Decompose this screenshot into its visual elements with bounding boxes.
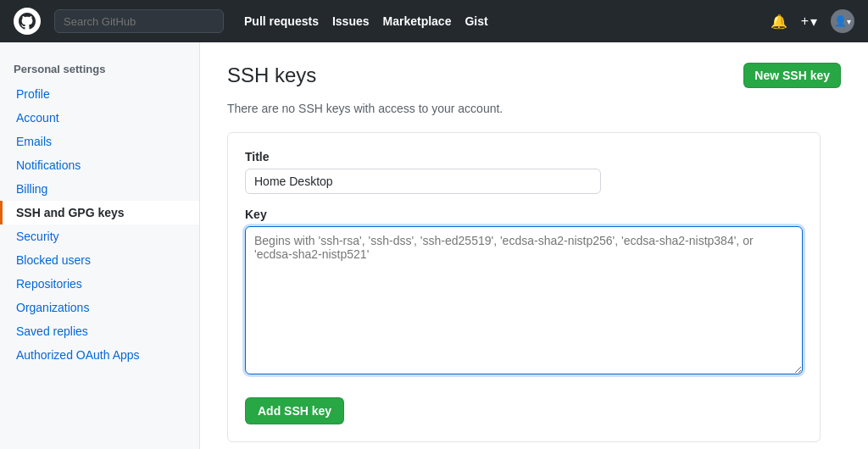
key-label: Key <box>245 208 803 221</box>
top-nav: Pull requests Issues Marketplace Gist 🔔 … <box>0 0 868 42</box>
sidebar-item-blocked-users[interactable]: Blocked users <box>0 248 199 272</box>
bell-icon: 🔔 <box>771 14 787 30</box>
nav-gist[interactable]: Gist <box>465 14 487 28</box>
notifications-button[interactable]: 🔔 <box>771 14 787 30</box>
nav-right: 🔔 + ▾ 👤 ▾ <box>771 9 854 33</box>
search-input[interactable] <box>54 9 224 33</box>
nav-marketplace[interactable]: Marketplace <box>383 14 452 28</box>
sidebar-item-profile[interactable]: Profile <box>0 82 199 106</box>
github-logo[interactable] <box>14 8 41 35</box>
sidebar-item-ssh-gpg-keys[interactable]: SSH and GPG keys <box>0 201 199 224</box>
page-title: SSH keys <box>227 64 316 87</box>
nav-pull-requests[interactable]: Pull requests <box>244 14 319 28</box>
sidebar-item-notifications[interactable]: Notifications <box>0 153 199 177</box>
avatar[interactable]: 👤 ▾ <box>831 9 854 33</box>
sidebar-item-organizations[interactable]: Organizations <box>0 296 199 319</box>
info-text: There are no SSH keys with access to you… <box>227 102 841 115</box>
new-ssh-key-button[interactable]: New SSH key <box>743 63 841 88</box>
sidebar: Personal settings Profile Account Emails… <box>0 42 200 449</box>
sidebar-heading: Personal settings <box>0 56 199 82</box>
chevron-down-icon: ▾ <box>810 14 817 30</box>
new-item-button[interactable]: + ▾ <box>801 14 817 30</box>
sidebar-item-saved-replies[interactable]: Saved replies <box>0 319 199 343</box>
layout: Personal settings Profile Account Emails… <box>0 42 868 449</box>
key-group: Key <box>245 208 803 377</box>
main-content: SSH keys New SSH key There are no SSH ke… <box>200 42 868 449</box>
title-group: Title <box>245 150 803 194</box>
sidebar-item-repositories[interactable]: Repositories <box>0 272 199 296</box>
key-textarea[interactable] <box>245 226 803 374</box>
sidebar-item-account[interactable]: Account <box>0 106 199 130</box>
title-input[interactable] <box>245 169 601 194</box>
add-ssh-key-button[interactable]: Add SSH key <box>245 397 344 424</box>
plus-icon: + <box>801 14 809 29</box>
nav-links: Pull requests Issues Marketplace Gist <box>244 14 488 28</box>
sidebar-item-billing[interactable]: Billing <box>0 177 199 201</box>
avatar-image: 👤 <box>834 15 847 27</box>
ssh-key-form: Title Key Add SSH key <box>227 132 821 442</box>
nav-issues[interactable]: Issues <box>332 14 370 28</box>
title-label: Title <box>245 150 803 164</box>
sidebar-item-security[interactable]: Security <box>0 224 199 248</box>
sidebar-item-emails[interactable]: Emails <box>0 130 199 153</box>
avatar-chevron: ▾ <box>847 17 851 26</box>
sidebar-item-oauth-apps[interactable]: Authorized OAuth Apps <box>0 343 199 367</box>
page-header: SSH keys New SSH key <box>227 63 841 88</box>
